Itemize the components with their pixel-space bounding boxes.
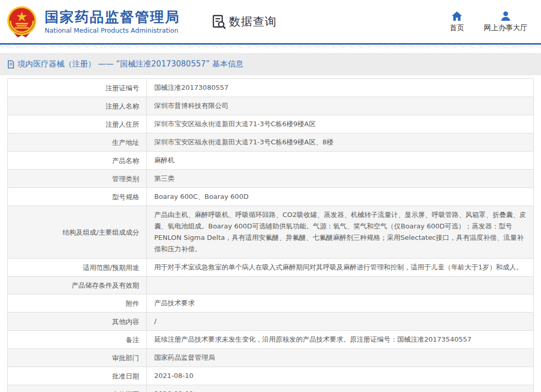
row-label-text: 注册证编号 [105, 83, 139, 93]
nav-service-hall-label: 网上办事大厅 [484, 23, 528, 33]
row-label-text: 结构及组成/主要组成成分 [63, 227, 139, 238]
nav-home-label: 首页 [450, 23, 464, 33]
table-row: 批准日期2021-08-10 [8, 367, 533, 385]
row-value: 延续注册产品技术要求未发生变化，沿用原核发的产品技术要求。原注册证编号：国械注准… [147, 331, 533, 348]
table-row: 审批部门国家药品监督管理局 [8, 349, 533, 367]
table-row: 结构及组成/主要组成成分产品由主机、麻醉呼吸机、呼吸循环回路、CO2吸收罐、蒸发… [8, 206, 533, 259]
row-label-text: 型号规格 [112, 192, 139, 202]
table-row: 注册人名称深圳市普博科技有限公司 [8, 97, 533, 115]
row-value: 产品由主机、麻醉呼吸机、呼吸循环回路、CO2吸收罐、蒸发器、机械转子流量计、显示… [147, 206, 533, 258]
home-icon [451, 11, 463, 21]
row-label-text: 其他内容 [112, 316, 139, 327]
nav-home[interactable]: 首页 [450, 11, 464, 33]
row-label-text: 管理类别 [112, 173, 139, 184]
header-hatch-strip [0, 45, 541, 48]
table-row: 其他内容/ [8, 313, 533, 331]
row-label: 管理类别 [8, 170, 147, 187]
nav-service-hall[interactable]: 网上办事大厅 [484, 11, 528, 33]
table-row: 有效期至2026-08-09 [8, 385, 533, 392]
row-label-text: 生产地址 [112, 137, 139, 148]
row-label: 其他内容 [8, 313, 147, 330]
row-label-text: 批准日期 [112, 371, 139, 382]
row-value: Boaray 600C、Boaray 600D [147, 188, 533, 206]
row-label: 批准日期 [8, 367, 147, 385]
row-value-text: 用于对手术室或急救室的单个病人在吸入式麻醉期间对其呼吸及麻醉进行管理和控制，适用… [154, 262, 523, 273]
row-value: 2026-08-09 [147, 385, 533, 392]
user-icon [500, 11, 511, 21]
row-label-text: 产品储存条件及有效期 [72, 280, 139, 291]
row-value-text: 2021-08-10 [154, 370, 194, 382]
row-value-text: 第三类 [154, 173, 174, 184]
row-label: 结构及组成/主要组成成分 [8, 206, 147, 258]
row-label: 产品名称 [8, 152, 147, 169]
row-value-text: 深圳市宝安区福永街道新田大道71-3号C栋6楼9楼A区 [154, 118, 316, 130]
row-label: 生产地址 [8, 133, 147, 151]
table-row: 附件产品技术要求 [8, 294, 533, 313]
row-value: 国械注准20173080557 [147, 79, 533, 97]
nmpa-emblem-logo [5, 5, 38, 38]
row-value: 产品技术要求 [147, 294, 533, 312]
row-value: 国家药品监督管理局 [147, 349, 533, 367]
row-value [147, 277, 533, 294]
row-value: 麻醉机 [147, 152, 533, 169]
row-value-text: 延续注册产品技术要求未发生变化，沿用原核发的产品技术要求。原注册证编号：国械注准… [154, 334, 471, 345]
data-query-label: 数据查询 [229, 14, 277, 30]
breadcrumb-title: 境内医疗器械（注册） —— “国械注准20173080557” 基本信息 [18, 59, 244, 69]
row-value: 深圳市普博科技有限公司 [147, 97, 533, 115]
row-label: 适用范围/预期用途 [8, 259, 147, 276]
row-value-text: 国家药品监督管理局 [154, 352, 215, 363]
info-table: 注册证编号国械注准20173080557注册人名称深圳市普博科技有限公司注册人住… [7, 78, 534, 392]
table-row: 生产地址深圳市宝安区福永街道新田大道71-3号C栋6楼9楼A区、8楼 [8, 133, 533, 152]
table-row: 注册人住所深圳市宝安区福永街道新田大道71-3号C栋6楼9楼A区 [8, 115, 533, 133]
row-label: 有效期至 [8, 385, 147, 392]
row-label: 型号规格 [8, 188, 147, 206]
org-titles: 国家药品监督管理局 National Medical Products Admi… [45, 9, 180, 34]
table-row: 适用范围/预期用途用于对手术室或急救室的单个病人在吸入式麻醉期间对其呼吸及麻醉进… [8, 259, 533, 277]
row-label-text: 有效期至 [112, 389, 139, 392]
org-name-en: National Medical Products Administration [45, 26, 180, 34]
row-label-text: 备注 [126, 334, 139, 345]
table-row: 备注延续注册产品技术要求未发生变化，沿用原核发的产品技术要求。原注册证编号：国械… [8, 331, 533, 349]
org-name-cn: 国家药品监督管理局 [45, 9, 180, 25]
row-label: 注册人住所 [8, 115, 147, 133]
row-label: 注册人名称 [8, 97, 147, 115]
table-row: 注册证编号国械注准20173080557 [8, 79, 533, 97]
row-label: 审批部门 [8, 349, 147, 367]
row-label-text: 附件 [126, 298, 139, 309]
row-label: 附件 [8, 294, 147, 312]
row-label-text: 适用范围/预期用途 [83, 262, 139, 273]
row-value-text: 国械注准20173080557 [154, 82, 228, 93]
row-label: 产品储存条件及有效期 [8, 277, 147, 294]
row-label-text: 注册人住所 [105, 119, 139, 130]
data-query-icon [211, 14, 227, 30]
row-label-text: 注册人名称 [105, 101, 139, 112]
table-row: 产品储存条件及有效期 [8, 277, 533, 294]
row-label-text: 审批部门 [112, 353, 139, 363]
document-icon [7, 60, 15, 69]
table-row: 型号规格Boaray 600C、Boaray 600D [8, 188, 533, 206]
row-label-text: 产品名称 [112, 155, 139, 166]
row-value: 深圳市宝安区福永街道新田大道71-3号C栋6楼9楼A区 [147, 115, 533, 133]
breadcrumb: 境内医疗器械（注册） —— “国械注准20173080557” 基本信息 [0, 53, 541, 75]
row-value-text: 深圳市宝安区福永街道新田大道71-3号C栋6楼9楼A区、8楼 [154, 137, 333, 148]
row-value-text: 产品技术要求 [154, 298, 195, 309]
row-value-text: / [154, 316, 156, 327]
row-value-text: Boaray 600C、Boaray 600D [154, 191, 249, 202]
row-value: / [147, 313, 533, 330]
row-value-text: 2026-08-09 [154, 388, 194, 392]
row-label: 注册证编号 [8, 79, 147, 97]
data-query-section: 数据查询 [211, 14, 277, 30]
header-nav: 首页 网上办事大厅 [450, 11, 528, 33]
table-row: 管理类别第三类 [8, 170, 533, 188]
row-value-text: 产品由主机、麻醉呼吸机、呼吸循环回路、CO2吸收罐、蒸发器、机械转子流量计、显示… [154, 209, 527, 255]
row-value-text: 深圳市普博科技有限公司 [154, 100, 228, 112]
table-row: 产品名称麻醉机 [8, 152, 533, 170]
row-value: 第三类 [147, 170, 533, 187]
row-value: 深圳市宝安区福永街道新田大道71-3号C栋6楼9楼A区、8楼 [147, 133, 533, 151]
row-value: 用于对手术室或急救室的单个病人在吸入式麻醉期间对其呼吸及麻醉进行管理和控制，适用… [147, 259, 533, 276]
page-header: 国家药品监督管理局 National Medical Products Admi… [0, 0, 541, 43]
row-label: 备注 [8, 331, 147, 348]
row-value-text: 麻醉机 [154, 155, 174, 166]
row-value: 2021-08-10 [147, 367, 533, 385]
